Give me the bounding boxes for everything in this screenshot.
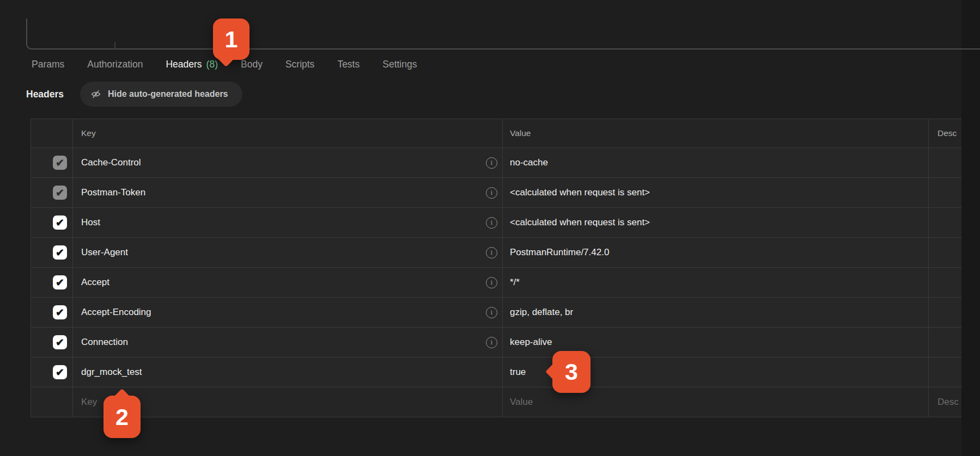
tab-label: Tests <box>337 59 360 70</box>
header-enabled-checkbox[interactable]: ✔ <box>53 186 67 200</box>
header-description-cell[interactable] <box>929 238 961 267</box>
column-header-key: Key <box>73 119 503 147</box>
header-value-cell[interactable]: gzip, deflate, br <box>503 298 929 327</box>
info-icon[interactable]: i <box>486 247 497 258</box>
header-row: ✔ dgr_mock_test true <box>31 358 961 387</box>
column-header-description-label: Desc <box>938 128 957 138</box>
header-row-checkbox-cell: ✔ <box>31 298 73 327</box>
header-value-text: PostmanRuntime/7.42.0 <box>510 247 609 258</box>
column-header-key-label: Key <box>81 128 96 138</box>
annotation-badge-3-number: 3 <box>565 359 578 385</box>
header-value-text: */* <box>510 277 520 288</box>
header-enabled-checkbox[interactable]: ✔ <box>53 335 67 349</box>
value-placeholder: Value <box>510 397 533 408</box>
placeholder-checkbox-cell <box>31 387 73 417</box>
header-key-cell[interactable]: Accept-Encoding i <box>73 298 503 327</box>
url-input-divider <box>114 42 115 50</box>
header-value-cell[interactable]: no-cache <box>503 148 929 177</box>
column-header-value-label: Value <box>510 128 531 138</box>
annotation-badge-3: 3 <box>552 351 591 393</box>
header-value-cell[interactable]: PostmanRuntime/7.42.0 <box>503 238 929 267</box>
table-header-row: Key Value Desc <box>31 119 961 148</box>
tab-label: Settings <box>382 59 417 70</box>
tab-tests[interactable]: Tests <box>337 59 360 70</box>
header-row-checkbox-cell: ✔ <box>31 328 73 357</box>
info-icon[interactable]: i <box>486 187 497 199</box>
checkmark-icon: ✔ <box>56 307 64 318</box>
info-icon[interactable]: i <box>486 307 497 318</box>
tab-label: Body <box>241 59 263 70</box>
tab-label: Headers <box>166 59 202 70</box>
header-description-cell[interactable] <box>929 178 961 207</box>
tab-label: Authorization <box>87 59 143 70</box>
column-header-description: Desc <box>929 119 961 147</box>
annotation-badge-1-number: 1 <box>225 26 238 53</box>
eye-off-icon <box>90 88 102 100</box>
header-value-cell[interactable]: */* <box>503 268 929 297</box>
annotation-badge-1: 1 <box>213 19 249 60</box>
header-key-text: dgr_mock_test <box>81 367 142 378</box>
header-row-checkbox-cell: ✔ <box>31 208 73 237</box>
info-icon[interactable]: i <box>486 217 497 229</box>
new-header-description-input[interactable]: Desc <box>929 387 961 417</box>
annotation-badge-2-number: 2 <box>115 404 129 430</box>
info-icon[interactable]: i <box>486 277 497 288</box>
info-icon[interactable]: i <box>486 337 497 348</box>
header-value-text: gzip, deflate, br <box>510 307 573 318</box>
header-key-cell[interactable]: Host i <box>73 208 503 237</box>
header-key-text: User-Agent <box>81 247 128 258</box>
checkmark-icon: ✔ <box>56 158 64 168</box>
header-value-text: <calculated when request is sent> <box>510 217 650 228</box>
hide-auto-generated-headers-button[interactable]: Hide auto-generated headers <box>80 82 242 107</box>
header-key-cell[interactable]: Connection i <box>73 328 503 357</box>
tab-headers[interactable]: Headers(8) <box>166 59 218 70</box>
checkmark-icon: ✔ <box>56 367 64 378</box>
column-header-value: Value <box>503 119 929 147</box>
header-enabled-checkbox[interactable]: ✔ <box>53 156 67 170</box>
header-key-text: Postman-Token <box>81 187 145 198</box>
url-input[interactable] <box>26 19 980 50</box>
header-enabled-checkbox[interactable]: ✔ <box>53 365 67 379</box>
header-row: ✔ Accept i */* <box>31 268 961 298</box>
checkmark-icon: ✔ <box>56 337 64 348</box>
header-enabled-checkbox[interactable]: ✔ <box>53 245 67 260</box>
header-key-cell[interactable]: dgr_mock_test <box>73 358 503 387</box>
checkmark-icon: ✔ <box>56 278 64 288</box>
tab-authorization[interactable]: Authorization <box>87 59 143 70</box>
header-enabled-checkbox[interactable]: ✔ <box>53 275 67 289</box>
header-key-cell[interactable]: Accept i <box>73 268 503 297</box>
header-checkbox-cell <box>31 119 73 147</box>
header-value-cell[interactable]: <calculated when request is sent> <box>503 178 929 207</box>
header-key-text: Accept <box>81 277 109 288</box>
info-icon[interactable]: i <box>486 157 497 169</box>
header-key-text: Cache-Control <box>81 157 141 168</box>
header-description-cell[interactable] <box>929 268 961 297</box>
header-enabled-checkbox[interactable]: ✔ <box>53 305 67 319</box>
header-description-cell[interactable] <box>929 148 961 177</box>
header-description-cell[interactable] <box>929 358 961 387</box>
header-key-text: Connection <box>81 337 128 348</box>
header-value-cell[interactable]: <calculated when request is sent> <box>503 208 929 237</box>
checkmark-icon: ✔ <box>56 188 64 198</box>
header-enabled-checkbox[interactable]: ✔ <box>53 215 67 230</box>
header-row-checkbox-cell: ✔ <box>31 268 73 297</box>
header-key-cell[interactable]: Cache-Control i <box>73 148 503 177</box>
header-description-cell[interactable] <box>929 208 961 237</box>
header-key-cell[interactable]: Postman-Token i <box>73 178 503 207</box>
tab-params[interactable]: Params <box>32 59 64 70</box>
headers-section-title: Headers <box>26 88 64 101</box>
header-row-checkbox-cell: ✔ <box>31 358 73 387</box>
key-placeholder: Key <box>81 397 97 408</box>
header-row: ✔ Host i <calculated when request is sen… <box>31 208 961 238</box>
header-row: ✔ Cache-Control i no-cache <box>31 148 961 178</box>
tab-settings[interactable]: Settings <box>382 59 417 70</box>
header-row-checkbox-cell: ✔ <box>31 238 73 267</box>
header-row-checkbox-cell: ✔ <box>31 148 73 177</box>
header-description-cell[interactable] <box>929 298 961 327</box>
tab-body[interactable]: Body <box>241 59 263 70</box>
header-key-cell[interactable]: User-Agent i <box>73 238 503 267</box>
pane-edge <box>961 0 980 456</box>
header-description-cell[interactable] <box>929 328 961 357</box>
tab-scripts[interactable]: Scripts <box>285 59 314 70</box>
tab-label: Params <box>32 59 64 70</box>
